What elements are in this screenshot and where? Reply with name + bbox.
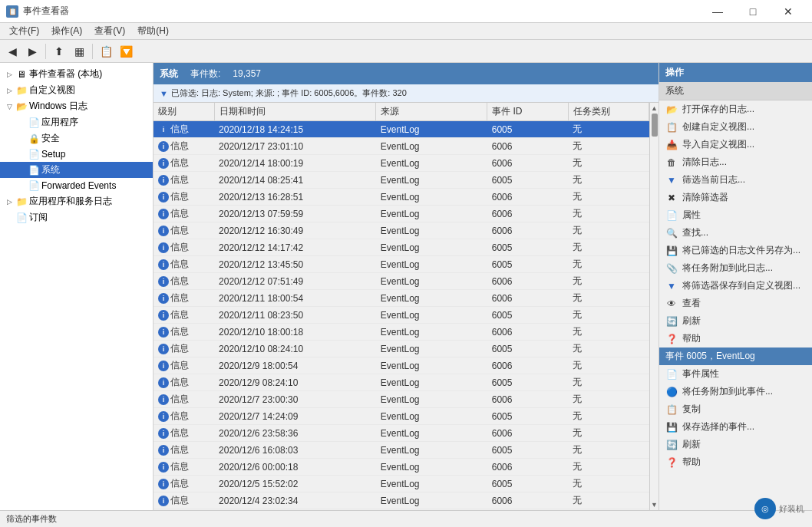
- minimize-button[interactable]: —: [700, 0, 735, 23]
- table-row[interactable]: i信息2020/12/17 23:01:10EventLog6006无: [153, 138, 649, 155]
- table-row[interactable]: i信息2020/12/10 18:00:18EventLog6006无: [153, 324, 649, 341]
- toolbar: ◀ ▶ ⬆ ▦ 📋 🔽: [0, 40, 812, 63]
- back-button[interactable]: ◀: [3, 43, 21, 60]
- window-controls[interactable]: — □ ✕: [700, 0, 806, 23]
- maximize-button[interactable]: □: [735, 0, 771, 23]
- sidebar-item-setup[interactable]: 📄 Setup: [0, 147, 153, 162]
- close-button[interactable]: ✕: [771, 0, 806, 23]
- table-row[interactable]: i信息2020/12/12 14:17:42EventLog6005无: [153, 239, 649, 256]
- table-row[interactable]: i信息2020/12/11 18:00:54EventLog6006无: [153, 290, 649, 307]
- action-help-event[interactable]: ❓ 帮助: [659, 453, 812, 471]
- action-refresh-event[interactable]: 🔄 刷新: [659, 436, 812, 453]
- action-view[interactable]: 👁 查看: [659, 295, 812, 312]
- sidebar-item-event-viewer[interactable]: ▷ 🖥 事件查看器 (本地): [0, 66, 153, 82]
- scroll-track[interactable]: [652, 114, 658, 499]
- table-row[interactable]: i信息2020/12/9 08:24:10EventLog6005无: [153, 374, 649, 391]
- sidebar-label-event-viewer: 事件查看器 (本地): [29, 68, 102, 81]
- sidebar-item-application[interactable]: 📄 应用程序: [0, 114, 153, 130]
- table-row[interactable]: i信息2020/12/6 00:00:18EventLog6006无: [153, 459, 649, 476]
- table-row[interactable]: i信息2020/12/13 07:59:59EventLog6006无: [153, 206, 649, 222]
- action-event-props[interactable]: 📄 事件属性: [659, 365, 812, 383]
- scroll-thumb[interactable]: [652, 114, 658, 137]
- table-row[interactable]: i信息2020/12/12 07:51:49EventLog6006无: [153, 273, 649, 290]
- info-badge: i: [158, 293, 169, 304]
- action-import-view[interactable]: 📥 导入自定义视图...: [659, 136, 812, 153]
- table-row[interactable]: i信息2020/12/14 18:00:19EventLog6006无: [153, 155, 649, 172]
- action-save-event[interactable]: 💾 保存选择的事件...: [659, 418, 812, 436]
- table-row[interactable]: i信息2020/12/12 16:30:49EventLog6006无: [153, 222, 649, 239]
- action-help[interactable]: ❓ 帮助: [659, 330, 812, 347]
- cell-source: EventLog: [376, 476, 487, 492]
- menu-file[interactable]: 文件(F): [3, 23, 45, 39]
- table-row[interactable]: i信息2020/12/4 23:02:34EventLog6006无: [153, 492, 649, 509]
- content-count: 19,357: [233, 68, 261, 79]
- table-row[interactable]: i信息2020/12/7 23:00:30EventLog6006无: [153, 391, 649, 408]
- toolbar-sep-1: [45, 44, 46, 59]
- table-row[interactable]: i信息2020/12/12 13:45:50EventLog6005无: [153, 256, 649, 273]
- action-label: 查看: [682, 297, 701, 310]
- table-row[interactable]: i信息2020/12/11 08:23:50EventLog6005无: [153, 307, 649, 324]
- action-copy[interactable]: 📋 复制: [659, 400, 812, 418]
- action-create-view[interactable]: 📋 创建自定义视图...: [659, 118, 812, 136]
- action-find[interactable]: 🔍 查找...: [659, 224, 812, 242]
- security-icon: 🔒: [28, 133, 40, 145]
- table-row[interactable]: i信息2020/12/14 08:25:41EventLog6005无: [153, 172, 649, 189]
- sidebar-label-application: 应用程序: [41, 116, 78, 129]
- events-table-element: 级别 日期和时间 来源 事件 ID 任务类别 i信息2020/12/18 14:…: [153, 103, 649, 509]
- action-filter-log[interactable]: ▼ 筛选当前日志...: [659, 171, 812, 189]
- sidebar-item-subscriptions[interactable]: 📄 订阅: [0, 209, 153, 226]
- properties-button[interactable]: 🔽: [117, 43, 135, 60]
- sidebar-item-forwarded-events[interactable]: 📄 Forwarded Events: [0, 178, 153, 193]
- table-row[interactable]: i信息2020/12/5 15:52:02EventLog6005无: [153, 476, 649, 492]
- table-row[interactable]: i信息2020/12/6 16:08:03EventLog6005无: [153, 442, 649, 459]
- action-refresh[interactable]: 🔄 刷新: [659, 312, 812, 330]
- cell-datetime: 2020/12/18 14:24:15: [214, 121, 376, 138]
- action-properties[interactable]: 📄 属性: [659, 206, 812, 224]
- cell-source: EventLog: [376, 374, 487, 391]
- cell-task: 无: [568, 206, 649, 222]
- info-badge: i: [158, 361, 169, 371]
- action-save-filter-view[interactable]: ▼ 将筛选器保存到自定义视图...: [659, 277, 812, 295]
- scroll-up[interactable]: ▲: [651, 104, 658, 112]
- table-header-row: 级别 日期和时间 来源 事件 ID 任务类别: [153, 103, 649, 121]
- action-label: 将筛选器保存到自定义视图...: [682, 279, 800, 292]
- cell-datetime: 2020/12/13 07:59:59: [214, 206, 376, 222]
- action-clear-filter[interactable]: ✖ 清除筛选器: [659, 189, 812, 206]
- sub-icon: 📄: [15, 212, 28, 224]
- menu-help[interactable]: 帮助(H): [131, 23, 175, 39]
- table-row[interactable]: i信息2020/12/6 23:58:36EventLog6006无: [153, 425, 649, 442]
- action-label: 创建自定义视图...: [682, 120, 754, 133]
- action-attach-task-log[interactable]: 📎 将任务附加到此日志...: [659, 259, 812, 277]
- table-row[interactable]: i信息2020/12/7 14:24:09EventLog6005无: [153, 408, 649, 425]
- event-table[interactable]: 级别 日期和时间 来源 事件 ID 任务类别 i信息2020/12/18 14:…: [153, 103, 659, 510]
- info-badge: i: [158, 192, 169, 203]
- scroll-down[interactable]: ▼: [651, 501, 658, 509]
- action-open-saved-log[interactable]: 📂 打开保存的日志...: [659, 100, 812, 118]
- up-button[interactable]: ⬆: [50, 43, 68, 60]
- table-row[interactable]: i信息2020/12/13 16:28:51EventLog6006无: [153, 189, 649, 206]
- action-label: 清除筛选器: [682, 191, 728, 204]
- table-row[interactable]: i信息2020/12/9 18:00:54EventLog6006无: [153, 357, 649, 374]
- cell-datetime: 2020/12/14 08:25:41: [214, 172, 376, 189]
- action-button[interactable]: 📋: [97, 43, 115, 60]
- show-hide-button[interactable]: ▦: [70, 43, 88, 60]
- forward-button[interactable]: ▶: [23, 43, 41, 60]
- cell-source: EventLog: [376, 408, 487, 425]
- action-save-filtered[interactable]: 💾 将已筛选的日志文件另存为...: [659, 242, 812, 259]
- table-row[interactable]: i信息2020/12/18 14:24:15EventLog6005无: [153, 121, 649, 138]
- action-attach-task-event[interactable]: 🔵 将任务附加到此事件...: [659, 383, 812, 400]
- scrollbar[interactable]: ▲ ▼: [649, 103, 659, 510]
- action-label: 将任务附加到此日志...: [682, 262, 773, 275]
- table-row[interactable]: i信息2020/12/10 08:24:10EventLog6005无: [153, 341, 649, 357]
- cell-task: 无: [568, 476, 649, 492]
- expand-icon: ▽: [3, 100, 15, 113]
- menu-view[interactable]: 查看(V): [88, 23, 131, 39]
- menu-action[interactable]: 操作(A): [45, 23, 88, 39]
- action-clear-log[interactable]: 🗑 清除日志...: [659, 153, 812, 171]
- sidebar-item-windows-logs[interactable]: ▽ 📂 Windows 日志: [0, 98, 153, 114]
- sidebar-item-custom-views[interactable]: ▷ 📁 自定义视图: [0, 82, 153, 98]
- right-panel: 操作 系统 📂 打开保存的日志... 📋 创建自定义视图... 📥 导入自定义视…: [659, 63, 812, 510]
- sidebar-item-security[interactable]: 🔒 安全: [0, 130, 153, 147]
- sidebar-item-app-service-logs[interactable]: ▷ 📁 应用程序和服务日志: [0, 193, 153, 209]
- sidebar-item-system[interactable]: 📄 系统: [0, 162, 153, 178]
